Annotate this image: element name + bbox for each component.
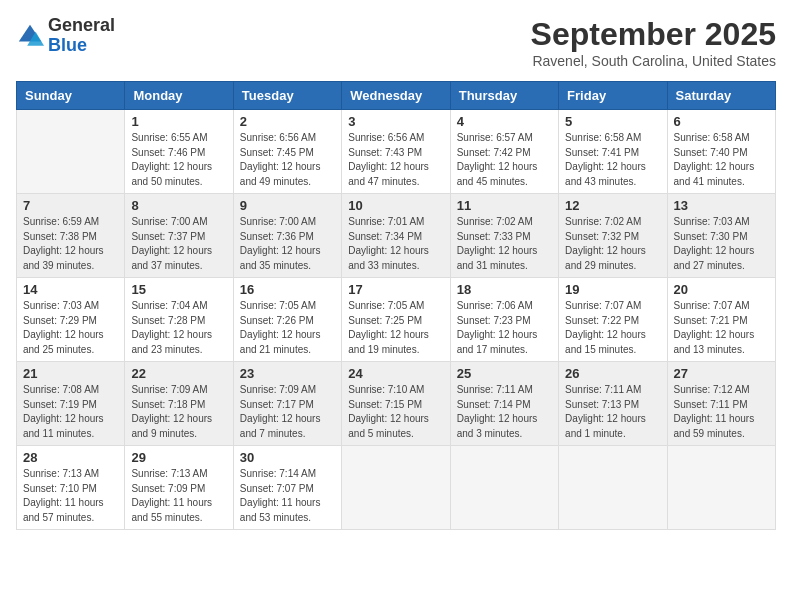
day-info: Sunrise: 6:56 AM Sunset: 7:43 PM Dayligh… xyxy=(348,131,443,189)
day-number: 20 xyxy=(674,282,769,297)
day-info: Sunrise: 7:02 AM Sunset: 7:33 PM Dayligh… xyxy=(457,215,552,273)
calendar-cell: 19Sunrise: 7:07 AM Sunset: 7:22 PM Dayli… xyxy=(559,278,667,362)
day-number: 9 xyxy=(240,198,335,213)
calendar-cell: 25Sunrise: 7:11 AM Sunset: 7:14 PM Dayli… xyxy=(450,362,558,446)
dow-header: Wednesday xyxy=(342,82,450,110)
day-number: 5 xyxy=(565,114,660,129)
calendar-cell: 2Sunrise: 6:56 AM Sunset: 7:45 PM Daylig… xyxy=(233,110,341,194)
day-info: Sunrise: 7:08 AM Sunset: 7:19 PM Dayligh… xyxy=(23,383,118,441)
day-number: 28 xyxy=(23,450,118,465)
day-number: 16 xyxy=(240,282,335,297)
days-of-week-row: SundayMondayTuesdayWednesdayThursdayFrid… xyxy=(17,82,776,110)
calendar-cell: 17Sunrise: 7:05 AM Sunset: 7:25 PM Dayli… xyxy=(342,278,450,362)
day-number: 8 xyxy=(131,198,226,213)
calendar-cell: 22Sunrise: 7:09 AM Sunset: 7:18 PM Dayli… xyxy=(125,362,233,446)
day-number: 30 xyxy=(240,450,335,465)
calendar-cell: 8Sunrise: 7:00 AM Sunset: 7:37 PM Daylig… xyxy=(125,194,233,278)
day-info: Sunrise: 7:05 AM Sunset: 7:26 PM Dayligh… xyxy=(240,299,335,357)
day-info: Sunrise: 7:11 AM Sunset: 7:14 PM Dayligh… xyxy=(457,383,552,441)
day-number: 11 xyxy=(457,198,552,213)
day-info: Sunrise: 7:01 AM Sunset: 7:34 PM Dayligh… xyxy=(348,215,443,273)
day-number: 22 xyxy=(131,366,226,381)
day-info: Sunrise: 7:13 AM Sunset: 7:09 PM Dayligh… xyxy=(131,467,226,525)
day-info: Sunrise: 6:55 AM Sunset: 7:46 PM Dayligh… xyxy=(131,131,226,189)
day-info: Sunrise: 7:10 AM Sunset: 7:15 PM Dayligh… xyxy=(348,383,443,441)
calendar-week-row: 21Sunrise: 7:08 AM Sunset: 7:19 PM Dayli… xyxy=(17,362,776,446)
calendar-cell xyxy=(17,110,125,194)
calendar-cell: 23Sunrise: 7:09 AM Sunset: 7:17 PM Dayli… xyxy=(233,362,341,446)
day-number: 17 xyxy=(348,282,443,297)
day-number: 25 xyxy=(457,366,552,381)
calendar-cell: 11Sunrise: 7:02 AM Sunset: 7:33 PM Dayli… xyxy=(450,194,558,278)
day-info: Sunrise: 6:58 AM Sunset: 7:40 PM Dayligh… xyxy=(674,131,769,189)
day-info: Sunrise: 7:04 AM Sunset: 7:28 PM Dayligh… xyxy=(131,299,226,357)
day-number: 7 xyxy=(23,198,118,213)
logo-icon xyxy=(16,22,44,50)
day-info: Sunrise: 7:14 AM Sunset: 7:07 PM Dayligh… xyxy=(240,467,335,525)
calendar-week-row: 28Sunrise: 7:13 AM Sunset: 7:10 PM Dayli… xyxy=(17,446,776,530)
day-number: 23 xyxy=(240,366,335,381)
day-info: Sunrise: 7:12 AM Sunset: 7:11 PM Dayligh… xyxy=(674,383,769,441)
day-number: 18 xyxy=(457,282,552,297)
calendar-cell: 28Sunrise: 7:13 AM Sunset: 7:10 PM Dayli… xyxy=(17,446,125,530)
day-number: 24 xyxy=(348,366,443,381)
day-number: 4 xyxy=(457,114,552,129)
day-info: Sunrise: 6:57 AM Sunset: 7:42 PM Dayligh… xyxy=(457,131,552,189)
day-number: 1 xyxy=(131,114,226,129)
calendar-cell xyxy=(450,446,558,530)
day-number: 12 xyxy=(565,198,660,213)
calendar-cell: 29Sunrise: 7:13 AM Sunset: 7:09 PM Dayli… xyxy=(125,446,233,530)
day-number: 3 xyxy=(348,114,443,129)
dow-header: Thursday xyxy=(450,82,558,110)
calendar-week-row: 7Sunrise: 6:59 AM Sunset: 7:38 PM Daylig… xyxy=(17,194,776,278)
location: Ravenel, South Carolina, United States xyxy=(531,53,776,69)
calendar-cell: 13Sunrise: 7:03 AM Sunset: 7:30 PM Dayli… xyxy=(667,194,775,278)
calendar-cell: 26Sunrise: 7:11 AM Sunset: 7:13 PM Dayli… xyxy=(559,362,667,446)
calendar-week-row: 1Sunrise: 6:55 AM Sunset: 7:46 PM Daylig… xyxy=(17,110,776,194)
day-info: Sunrise: 7:09 AM Sunset: 7:17 PM Dayligh… xyxy=(240,383,335,441)
day-number: 26 xyxy=(565,366,660,381)
day-info: Sunrise: 6:58 AM Sunset: 7:41 PM Dayligh… xyxy=(565,131,660,189)
day-number: 29 xyxy=(131,450,226,465)
dow-header: Monday xyxy=(125,82,233,110)
day-info: Sunrise: 7:11 AM Sunset: 7:13 PM Dayligh… xyxy=(565,383,660,441)
day-info: Sunrise: 7:09 AM Sunset: 7:18 PM Dayligh… xyxy=(131,383,226,441)
day-number: 13 xyxy=(674,198,769,213)
day-info: Sunrise: 7:00 AM Sunset: 7:37 PM Dayligh… xyxy=(131,215,226,273)
calendar-cell: 7Sunrise: 6:59 AM Sunset: 7:38 PM Daylig… xyxy=(17,194,125,278)
calendar-cell: 12Sunrise: 7:02 AM Sunset: 7:32 PM Dayli… xyxy=(559,194,667,278)
day-info: Sunrise: 7:02 AM Sunset: 7:32 PM Dayligh… xyxy=(565,215,660,273)
day-number: 14 xyxy=(23,282,118,297)
dow-header: Sunday xyxy=(17,82,125,110)
day-info: Sunrise: 7:03 AM Sunset: 7:29 PM Dayligh… xyxy=(23,299,118,357)
day-number: 10 xyxy=(348,198,443,213)
calendar-cell: 3Sunrise: 6:56 AM Sunset: 7:43 PM Daylig… xyxy=(342,110,450,194)
day-number: 21 xyxy=(23,366,118,381)
title-block: September 2025 Ravenel, South Carolina, … xyxy=(531,16,776,69)
day-info: Sunrise: 7:13 AM Sunset: 7:10 PM Dayligh… xyxy=(23,467,118,525)
day-info: Sunrise: 7:06 AM Sunset: 7:23 PM Dayligh… xyxy=(457,299,552,357)
calendar-cell: 16Sunrise: 7:05 AM Sunset: 7:26 PM Dayli… xyxy=(233,278,341,362)
day-info: Sunrise: 7:07 AM Sunset: 7:21 PM Dayligh… xyxy=(674,299,769,357)
day-info: Sunrise: 7:05 AM Sunset: 7:25 PM Dayligh… xyxy=(348,299,443,357)
dow-header: Tuesday xyxy=(233,82,341,110)
calendar-cell: 14Sunrise: 7:03 AM Sunset: 7:29 PM Dayli… xyxy=(17,278,125,362)
calendar-cell: 5Sunrise: 6:58 AM Sunset: 7:41 PM Daylig… xyxy=(559,110,667,194)
calendar-cell: 24Sunrise: 7:10 AM Sunset: 7:15 PM Dayli… xyxy=(342,362,450,446)
day-info: Sunrise: 7:00 AM Sunset: 7:36 PM Dayligh… xyxy=(240,215,335,273)
calendar-cell: 10Sunrise: 7:01 AM Sunset: 7:34 PM Dayli… xyxy=(342,194,450,278)
month-title: September 2025 xyxy=(531,16,776,53)
logo-text: General Blue xyxy=(48,16,115,56)
day-number: 15 xyxy=(131,282,226,297)
dow-header: Friday xyxy=(559,82,667,110)
calendar-cell: 27Sunrise: 7:12 AM Sunset: 7:11 PM Dayli… xyxy=(667,362,775,446)
calendar-table: SundayMondayTuesdayWednesdayThursdayFrid… xyxy=(16,81,776,530)
calendar-cell: 9Sunrise: 7:00 AM Sunset: 7:36 PM Daylig… xyxy=(233,194,341,278)
day-info: Sunrise: 7:07 AM Sunset: 7:22 PM Dayligh… xyxy=(565,299,660,357)
day-number: 19 xyxy=(565,282,660,297)
calendar-week-row: 14Sunrise: 7:03 AM Sunset: 7:29 PM Dayli… xyxy=(17,278,776,362)
calendar-cell: 20Sunrise: 7:07 AM Sunset: 7:21 PM Dayli… xyxy=(667,278,775,362)
calendar-cell: 18Sunrise: 7:06 AM Sunset: 7:23 PM Dayli… xyxy=(450,278,558,362)
calendar-cell xyxy=(342,446,450,530)
calendar-cell: 21Sunrise: 7:08 AM Sunset: 7:19 PM Dayli… xyxy=(17,362,125,446)
